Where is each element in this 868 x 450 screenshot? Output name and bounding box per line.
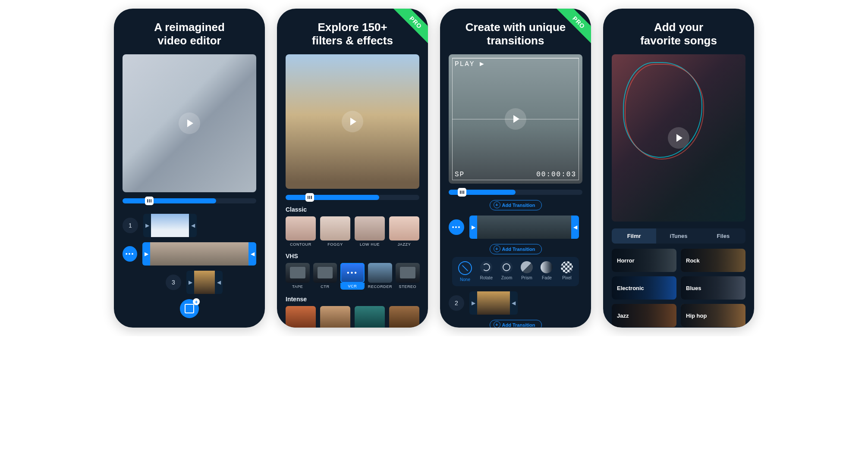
scrubber-handle[interactable] <box>145 197 154 205</box>
tab-files[interactable]: Files <box>701 228 745 244</box>
filter-vcr[interactable]: VCR <box>340 263 365 290</box>
clip-thumbnail <box>189 242 209 266</box>
timeline-row: 2▶◀ <box>449 291 582 315</box>
filter-mars[interactable]: MARS <box>286 306 316 328</box>
filter-label: VCR <box>340 283 365 290</box>
clip-thumbnail <box>477 291 510 315</box>
transition-zoom[interactable]: Zoom <box>500 261 513 282</box>
vhs-timecode: 00:00:03 <box>536 171 576 178</box>
clip-menu-button[interactable] <box>449 219 464 235</box>
scrubber-progress <box>123 198 216 203</box>
screenshot-3: PRO Create with uniquetransitions PLAY ▶… <box>440 9 591 328</box>
filter-thumbnail <box>389 216 419 241</box>
filter-mercury[interactable]: MERCURY <box>320 306 350 328</box>
genre-hip-hop[interactable]: Hip hop <box>681 304 745 327</box>
transition-fade[interactable]: Fade <box>541 261 553 282</box>
genre-rock[interactable]: Rock <box>681 249 745 272</box>
trim-handle-right[interactable]: ◀ <box>510 291 518 315</box>
filter-contour[interactable]: CONTOUR <box>286 216 316 247</box>
trim-handle-left[interactable]: ▶ <box>469 216 477 239</box>
filter-thumbnail <box>320 216 350 241</box>
genre-blues[interactable]: Blues <box>681 276 745 300</box>
trim-handle-left[interactable]: ▶ <box>143 214 151 237</box>
trim-handle-right[interactable]: ◀ <box>215 271 223 294</box>
timeline-row: 1▶◀ <box>123 214 256 237</box>
transition-picker: NoneRotateZoomPrismFadePixel <box>452 257 579 286</box>
filter-stereo[interactable]: STEREO <box>396 263 420 290</box>
genre-electronic[interactable]: Electronic <box>612 276 676 300</box>
trim-handle-left[interactable]: ▶ <box>186 271 194 294</box>
add-transition-button[interactable]: Add Transition <box>449 244 582 254</box>
genre-label: Blues <box>686 285 701 291</box>
timeline-scrubber[interactable] <box>123 198 256 203</box>
trim-handle-right[interactable]: ◀ <box>571 216 579 239</box>
filter-jazzy[interactable]: JAZZY <box>389 216 419 247</box>
filter-thumbnail <box>286 306 316 328</box>
timeline-clip[interactable]: ▶◀ <box>142 242 256 266</box>
video-preview[interactable] <box>286 54 419 189</box>
filter-label: RECORDER <box>368 284 392 289</box>
headline: Add yourfavorite songs <box>603 9 754 54</box>
clip-thumbnail <box>229 242 248 266</box>
timeline-clip[interactable]: ▶◀ <box>469 291 518 315</box>
genre-label: Electronic <box>617 285 644 291</box>
clip-thumbnail <box>509 216 540 239</box>
clip-thumbnail <box>540 216 571 239</box>
filter-foggy[interactable]: FOGGY <box>320 216 350 247</box>
filter-underwater[interactable]: UNDERWATER <box>355 306 385 328</box>
genre-label: Hip hop <box>686 312 707 319</box>
transition-prism[interactable]: Prism <box>521 261 533 282</box>
filter-ctr[interactable]: CTR <box>313 263 337 290</box>
tab-filmr[interactable]: Filmr <box>612 228 656 244</box>
timeline-row: ▶◀ <box>449 216 582 239</box>
screenshot-1: A reimaginedvideo editor 1▶◀▶◀3▶◀ + <box>114 9 265 328</box>
add-transition-button[interactable]: Add Transition <box>449 320 582 328</box>
filter-low-hue[interactable]: LOW HUE <box>355 216 385 247</box>
clip-thumbnail <box>170 242 190 266</box>
timeline-clip[interactable]: ▶◀ <box>469 216 579 239</box>
filter-thumbnail <box>340 263 365 283</box>
play-icon[interactable] <box>179 112 200 134</box>
filter-tape[interactable]: TAPE <box>286 263 310 290</box>
timeline-clip[interactable]: ▶◀ <box>186 271 223 294</box>
timeline-clip[interactable]: ▶◀ <box>143 214 197 237</box>
transition-stack: Add Transition▶◀Add TransitionNoneRotate… <box>440 198 591 328</box>
transition-none[interactable]: None <box>458 261 472 282</box>
trim-handle-left[interactable]: ▶ <box>142 242 150 266</box>
transition-rotate[interactable]: Rotate <box>480 261 493 282</box>
transition-label: Rotate <box>480 275 493 280</box>
filter-recorder[interactable]: RECORDER <box>368 263 392 290</box>
trim-handle-right[interactable]: ◀ <box>248 242 256 266</box>
genre-label: Rock <box>686 257 700 264</box>
transition-pixel[interactable]: Pixel <box>561 261 573 282</box>
scrubber-handle[interactable] <box>305 193 314 202</box>
tab-itunes[interactable]: iTunes <box>656 228 701 244</box>
add-media-button[interactable]: + <box>180 299 199 318</box>
app-store-screenshots: A reimaginedvideo editor 1▶◀▶◀3▶◀ + PRO … <box>0 0 868 336</box>
scrubber-handle[interactable] <box>458 188 466 197</box>
screenshot-4: Add yourfavorite songs FilmriTunesFiles … <box>603 9 754 328</box>
filter-row: TAPECTRVCRRECORDERSTEREO <box>286 263 419 290</box>
filter-label: STEREO <box>399 284 417 289</box>
transition-label: Zoom <box>501 275 513 280</box>
genre-jazz[interactable]: Jazz <box>612 304 676 327</box>
timeline-scrubber[interactable] <box>449 190 582 195</box>
filter-section-title: Classic <box>286 206 419 213</box>
play-icon[interactable] <box>342 111 363 132</box>
trim-handle-left[interactable]: ▶ <box>469 291 477 315</box>
clip-menu-button[interactable] <box>123 246 137 262</box>
add-transition-button[interactable]: Add Transition <box>449 200 582 210</box>
genre-horror[interactable]: Horror <box>612 249 676 272</box>
video-preview[interactable]: PLAY ▶ SP 00:00:03 <box>449 54 582 184</box>
trim-handle-right[interactable]: ◀ <box>189 214 197 237</box>
video-preview[interactable] <box>123 54 256 192</box>
filter-nuance[interactable]: NUANCE <box>389 306 419 328</box>
timeline-scrubber[interactable] <box>286 195 419 200</box>
filter-label: FOGGY <box>327 242 343 247</box>
filter-label: CONTOUR <box>290 242 311 247</box>
clip-index-badge: 1 <box>123 218 138 233</box>
video-preview[interactable] <box>612 54 745 222</box>
clip-index-badge: 2 <box>449 295 464 311</box>
screenshot-2: PRO Explore 150+filters & effects Classi… <box>277 9 428 328</box>
transition-label: Prism <box>521 275 532 280</box>
